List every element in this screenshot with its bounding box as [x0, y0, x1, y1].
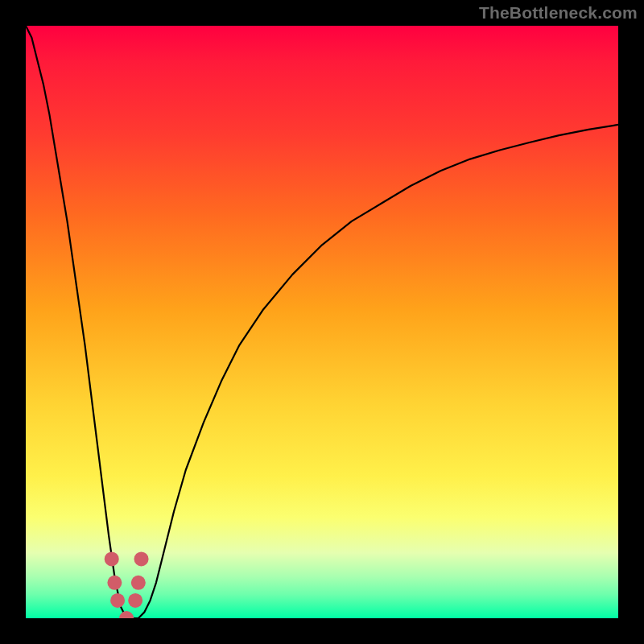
- plot-area: [26, 26, 618, 618]
- watermark-label: TheBottleneck.com: [479, 3, 638, 23]
- gradient-background: [26, 26, 618, 618]
- chart-frame: TheBottleneck.com: [0, 0, 644, 644]
